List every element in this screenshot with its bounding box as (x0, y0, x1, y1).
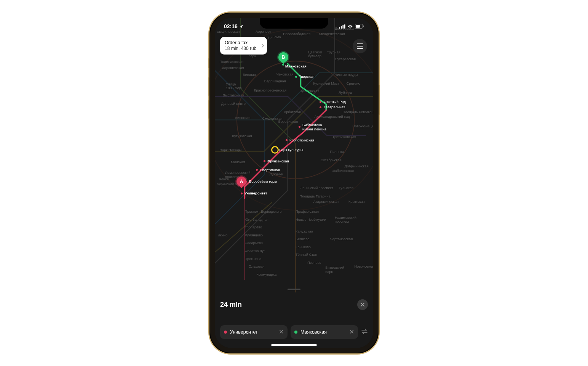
station-label: Библиотека имени Ленина (302, 123, 326, 131)
close-icon (360, 302, 365, 307)
mute-switch (208, 58, 209, 68)
svg-rect-0 (339, 27, 340, 29)
menu-button[interactable] (353, 39, 367, 53)
station-label: Маяковская (285, 64, 307, 68)
to-station-label: Маяковская (300, 329, 327, 335)
svg-rect-2 (342, 25, 344, 28)
phone-frame: 02:16 (209, 13, 379, 353)
svg-rect-5 (356, 25, 360, 27)
svg-rect-6 (363, 26, 364, 27)
clear-from-button[interactable]: ✕ (279, 329, 284, 335)
battery-icon (355, 24, 364, 29)
station-dot[interactable] (241, 193, 243, 194)
volume-down (208, 100, 209, 119)
station-label: Воробьёвы горы (249, 179, 277, 183)
station-label: Университет (244, 191, 267, 195)
origin-pin[interactable]: A (236, 177, 246, 186)
route-duration: 24 min (220, 301, 242, 309)
from-station-label: Университет (230, 329, 258, 335)
station-dot[interactable] (320, 106, 321, 108)
clear-to-button[interactable]: ✕ (349, 329, 354, 335)
status-bar: 02:16 (215, 21, 373, 32)
chevron-right-icon (262, 44, 264, 48)
station-label: Парк культуры (279, 148, 303, 152)
volume-up (208, 77, 209, 96)
station-dot[interactable] (286, 139, 288, 141)
status-time: 02:16 (224, 23, 238, 29)
order-taxi-card[interactable]: Order a taxi 18 min, 430 rub (220, 37, 267, 55)
station-dot[interactable] (295, 76, 297, 78)
taxi-subtitle: 18 min, 430 rub (225, 46, 256, 51)
station-label: Кропоткинская (289, 138, 314, 142)
station-label: Охотный Ряд (324, 100, 346, 104)
station-label: Фрунзенская (267, 159, 289, 163)
station-dot[interactable] (320, 101, 321, 103)
swap-stations-button[interactable] (361, 328, 368, 336)
to-station-chip[interactable]: Маяковская ✕ (291, 325, 358, 339)
power-button (379, 85, 380, 115)
sheet-grabber[interactable] (288, 289, 300, 290)
station-label: Спортивная (260, 168, 280, 172)
close-route-button[interactable] (357, 299, 368, 310)
route-sheet[interactable]: 24 min Университет ✕ Маяковская ✕ (215, 294, 373, 348)
hamburger-icon (357, 43, 363, 44)
station-dot[interactable] (299, 126, 300, 128)
svg-rect-3 (344, 24, 345, 29)
line-dot-icon (224, 331, 227, 334)
home-indicator[interactable] (271, 344, 317, 346)
destination-pin[interactable]: B (278, 52, 288, 62)
station-dot[interactable] (256, 169, 258, 171)
screen: 02:16 (215, 18, 373, 348)
from-station-chip[interactable]: Университет ✕ (220, 325, 288, 339)
line-dot-icon (294, 331, 297, 334)
station-dot[interactable] (264, 160, 265, 162)
transfer-ring (271, 146, 279, 154)
wifi-icon (347, 24, 353, 29)
swap-icon (361, 328, 368, 334)
taxi-title: Order a taxi (225, 40, 256, 46)
cellular-icon (339, 24, 345, 29)
location-icon (239, 24, 243, 29)
svg-rect-1 (341, 26, 342, 28)
station-label: Театральная (324, 105, 345, 109)
station-label: Тверская (299, 74, 314, 79)
